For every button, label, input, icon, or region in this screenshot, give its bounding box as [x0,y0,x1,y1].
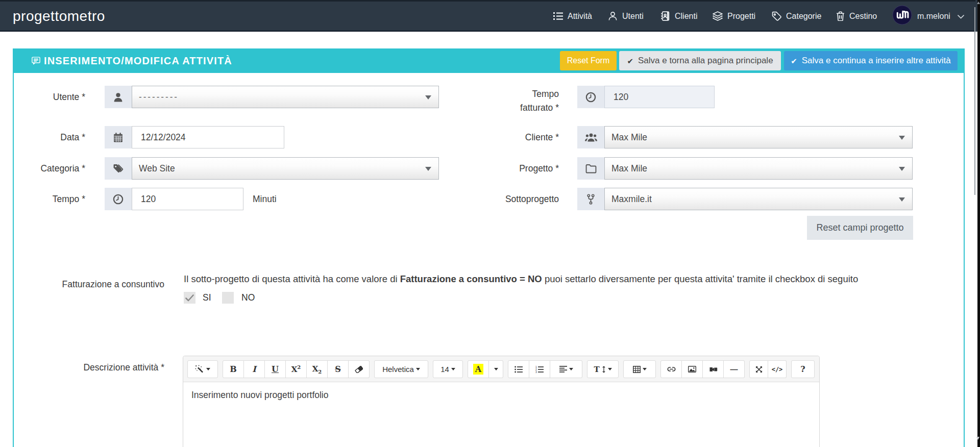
tempo-fatturato-input[interactable] [604,86,715,108]
text-height-icon: T [594,365,599,374]
font-color-button[interactable]: A [468,360,489,378]
reset-project-fields-button[interactable]: Reset campi progetto [807,216,913,240]
insert-image-button[interactable] [682,360,703,378]
select-caret-icon [899,136,905,140]
trash-icon [836,11,845,21]
panel-title: INSERIMENTO/MODIFICA ATTIVITÀ [32,48,232,73]
nav-item-cestino[interactable]: Cestino [836,2,877,31]
bold-button[interactable]: B [223,360,244,378]
user-icon [608,11,618,21]
strikethrough-button[interactable]: S [328,360,349,378]
list-ol-icon: 1 2 3 [535,366,544,373]
caret-down-icon [451,368,455,370]
ordered-list-button[interactable]: 1 2 3 [529,360,550,378]
superscript-button[interactable]: X2 [286,360,307,378]
editor-content[interactable]: Inserimento nuovi progetti portfolio [183,382,819,408]
font-family-dropdown[interactable]: Helvetica [374,360,428,378]
rich-text-editor: B I U X2 X2 S Helvetica [183,356,820,447]
sottoprogetto-select-value: Maxmile.it [611,194,652,205]
save-and-continue-button[interactable]: ✔ Salva e continua a inserire altre atti… [784,51,958,70]
data-input[interactable] [132,126,284,148]
layers-icon [713,11,723,21]
minuti-suffix: Minuti [253,188,277,210]
address-book-icon [660,11,670,21]
nav-item-categorie[interactable]: Categorie [772,2,821,31]
check-icon: ✔ [791,57,797,65]
nav-item-clienti[interactable]: Clienti [660,2,697,31]
fatturazione-no-checkbox[interactable] [222,292,234,304]
descrizione-label: Descrizione attività * [14,361,164,374]
font-color-caret-button[interactable] [489,360,503,378]
tempo-label: Tempo * [14,188,85,210]
sottoprogetto-select[interactable]: Maxmile.it [604,188,913,210]
save-and-return-button[interactable]: ✔ Salva e torna alla pagina principale [619,51,781,70]
line-height-dropdown[interactable]: T [587,360,619,378]
editor-toolbar: B I U X2 X2 S Helvetica [183,356,819,382]
panel-header: INSERIMENTO/MODIFICA ATTIVITÀ Reset Form… [14,48,964,73]
nav-item-progetti[interactable]: Progetti [713,2,755,31]
user-menu[interactable]: m.meloni [892,2,964,31]
caret-down-icon [206,368,210,370]
activity-form-panel: INSERIMENTO/MODIFICA ATTIVITÀ Reset Form… [13,48,965,447]
cliente-select[interactable]: Max Mile [604,126,913,148]
italic-button[interactable]: I [244,360,265,378]
font-size-dropdown[interactable]: 14 [433,360,463,378]
caret-down-icon [569,368,573,370]
underline-button[interactable]: U [265,360,286,378]
paragraph-align-dropdown[interactable] [550,360,582,378]
check-icon: ✔ [627,57,633,65]
magic-wand-icon [195,365,204,374]
code-fork-addon-icon [577,188,604,210]
link-icon [667,366,676,372]
caret-down-icon [608,368,612,370]
clock-addon-icon [105,188,132,210]
select-caret-icon [425,95,431,100]
scrollbar-up-arrow[interactable] [977,2,980,4]
table-icon [633,366,641,373]
brand-logo[interactable]: progettometro [13,2,105,31]
unordered-list-button[interactable] [508,360,529,378]
scrollbar-down-arrow[interactable] [976,437,979,440]
scrollbar-track[interactable] [977,0,980,447]
utente-select[interactable]: --------- [132,86,439,108]
nav-item-label: Utenti [622,12,644,21]
fatturazione-label: Fatturazione a consuntivo [14,279,164,290]
clear-format-button[interactable] [349,360,370,378]
nav-item-attivita[interactable]: Attività [553,2,592,31]
align-left-icon [559,366,567,373]
select-caret-icon [425,167,431,171]
table-dropdown[interactable] [623,360,656,378]
categoria-label: Categoria * [14,157,85,180]
cliente-label: Cliente * [473,126,559,148]
sottoprogetto-label: Sottoprogetto [473,188,559,210]
nav-item-utenti[interactable]: Utenti [608,2,644,31]
top-navbar: progettometro Attività Utenti [0,0,980,32]
caret-down-icon [643,368,647,370]
categoria-select[interactable]: Web Site [132,157,439,180]
tempo-input[interactable] [132,188,243,210]
help-button[interactable]: ? [791,360,815,378]
style-magic-button[interactable] [187,360,218,378]
reset-form-button[interactable]: Reset Form [560,51,617,70]
progetto-select[interactable]: Max Mile [604,157,913,180]
tags-addon-icon [105,157,132,180]
caret-down-icon [416,368,420,370]
subscript-button[interactable]: X2 [307,360,328,378]
insert-video-button[interactable] [703,360,724,378]
fullscreen-button[interactable] [749,360,768,378]
color-swatch: A [473,364,483,375]
fatturazione-si-checkbox[interactable] [184,292,195,304]
scrollbar-thumb[interactable] [974,7,975,195]
fatturazione-no-label: NO [241,292,255,304]
users-addon-icon [577,126,604,148]
comment-icon [32,57,40,65]
video-icon [709,366,718,373]
calendar-addon-icon [105,126,132,148]
link-button[interactable] [660,360,682,378]
code-view-button[interactable]: </> [768,360,787,378]
nav-item-label: Progetti [727,12,755,21]
fatturazione-note: Il sotto-progetto di questa attività ha … [184,274,858,285]
clock-addon-icon [577,86,604,108]
fatturazione-si-label: SI [203,292,211,304]
horizontal-rule-button[interactable]: — [724,360,745,378]
